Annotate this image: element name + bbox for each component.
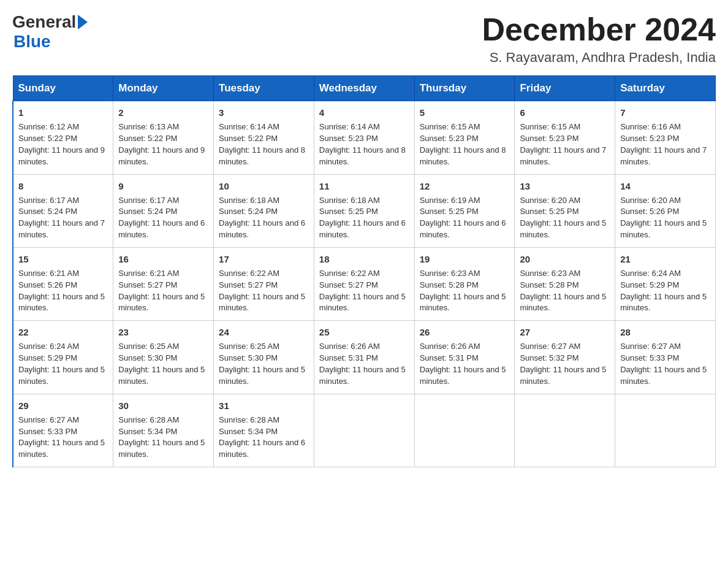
day-info: Sunrise: 6:26 AMSunset: 5:31 PMDaylight:… [420,342,506,386]
day-info: Sunrise: 6:22 AMSunset: 5:27 PMDaylight:… [319,269,406,313]
day-number: 29 [18,399,108,412]
day-info: Sunrise: 6:20 AMSunset: 5:26 PMDaylight:… [620,196,707,240]
weekday-header-monday: Monday [113,76,214,101]
day-number: 11 [319,180,409,193]
day-info: Sunrise: 6:22 AMSunset: 5:27 PMDaylight:… [219,269,305,313]
day-info: Sunrise: 6:24 AMSunset: 5:29 PMDaylight:… [620,269,707,313]
logo: General Blue [12,12,88,52]
day-info: Sunrise: 6:17 AMSunset: 5:24 PMDaylight:… [18,196,105,240]
week-row-1: 1 Sunrise: 6:12 AMSunset: 5:22 PMDayligh… [13,101,716,174]
day-cell: 5 Sunrise: 6:15 AMSunset: 5:23 PMDayligh… [414,101,515,174]
title-block: December 2024 S. Rayavaram, Andhra Prade… [482,12,716,66]
day-info: Sunrise: 6:28 AMSunset: 5:34 PMDaylight:… [219,415,305,459]
day-cell: 29 Sunrise: 6:27 AMSunset: 5:33 PMDaylig… [13,394,113,467]
day-number: 13 [520,180,610,193]
day-info: Sunrise: 6:23 AMSunset: 5:28 PMDaylight:… [520,269,606,313]
day-cell: 25 Sunrise: 6:26 AMSunset: 5:31 PMDaylig… [314,321,414,394]
day-number: 23 [118,326,208,339]
day-cell: 13 Sunrise: 6:20 AMSunset: 5:25 PMDaylig… [515,174,615,247]
day-number: 25 [319,326,409,339]
day-info: Sunrise: 6:16 AMSunset: 5:23 PMDaylight:… [620,122,707,166]
day-number: 4 [319,106,409,119]
day-cell: 2 Sunrise: 6:13 AMSunset: 5:22 PMDayligh… [113,101,214,174]
day-cell: 3 Sunrise: 6:14 AMSunset: 5:22 PMDayligh… [214,101,314,174]
day-number: 10 [219,180,309,193]
day-info: Sunrise: 6:23 AMSunset: 5:28 PMDaylight:… [420,269,506,313]
day-info: Sunrise: 6:15 AMSunset: 5:23 PMDaylight:… [420,122,506,166]
day-number: 16 [118,253,208,266]
day-cell: 20 Sunrise: 6:23 AMSunset: 5:28 PMDaylig… [515,247,615,320]
day-number: 6 [520,106,610,119]
day-number: 20 [520,253,610,266]
day-number: 3 [219,106,309,119]
day-cell: 23 Sunrise: 6:25 AMSunset: 5:30 PMDaylig… [113,321,214,394]
day-cell: 28 Sunrise: 6:27 AMSunset: 5:33 PMDaylig… [615,321,716,394]
day-cell: 30 Sunrise: 6:28 AMSunset: 5:34 PMDaylig… [113,394,214,467]
weekday-header-friday: Friday [515,76,615,101]
weekday-header-tuesday: Tuesday [214,76,314,101]
week-row-5: 29 Sunrise: 6:27 AMSunset: 5:33 PMDaylig… [13,394,716,467]
weekday-header-wednesday: Wednesday [314,76,414,101]
logo-blue-text: Blue [12,32,51,51]
day-cell: 19 Sunrise: 6:23 AMSunset: 5:28 PMDaylig… [414,247,515,320]
day-cell [414,394,515,467]
day-cell [615,394,716,467]
day-info: Sunrise: 6:18 AMSunset: 5:25 PMDaylight:… [319,196,406,240]
day-info: Sunrise: 6:12 AMSunset: 5:22 PMDaylight:… [18,122,105,166]
day-number: 7 [620,106,710,119]
day-cell: 18 Sunrise: 6:22 AMSunset: 5:27 PMDaylig… [314,247,414,320]
day-info: Sunrise: 6:15 AMSunset: 5:23 PMDaylight:… [520,122,606,166]
day-number: 22 [18,326,108,339]
weekday-header-thursday: Thursday [414,76,515,101]
day-number: 9 [118,180,208,193]
logo-general-text: General [12,12,76,32]
weekday-header-sunday: Sunday [13,76,113,101]
day-cell: 17 Sunrise: 6:22 AMSunset: 5:27 PMDaylig… [214,247,314,320]
day-info: Sunrise: 6:14 AMSunset: 5:22 PMDaylight:… [219,122,305,166]
page-header: General Blue December 2024 S. Rayavaram,… [12,12,716,66]
day-info: Sunrise: 6:21 AMSunset: 5:27 PMDaylight:… [118,269,205,313]
day-info: Sunrise: 6:27 AMSunset: 5:33 PMDaylight:… [18,415,105,459]
day-info: Sunrise: 6:27 AMSunset: 5:33 PMDaylight:… [620,342,707,386]
day-cell: 22 Sunrise: 6:24 AMSunset: 5:29 PMDaylig… [13,321,113,394]
week-row-4: 22 Sunrise: 6:24 AMSunset: 5:29 PMDaylig… [13,321,716,394]
day-cell: 8 Sunrise: 6:17 AMSunset: 5:24 PMDayligh… [13,174,113,247]
day-cell: 6 Sunrise: 6:15 AMSunset: 5:23 PMDayligh… [515,101,615,174]
day-number: 12 [420,180,510,193]
week-row-3: 15 Sunrise: 6:21 AMSunset: 5:26 PMDaylig… [13,247,716,320]
day-info: Sunrise: 6:28 AMSunset: 5:34 PMDaylight:… [118,415,205,459]
day-info: Sunrise: 6:24 AMSunset: 5:29 PMDaylight:… [18,342,105,386]
day-info: Sunrise: 6:19 AMSunset: 5:25 PMDaylight:… [420,196,506,240]
day-cell [515,394,615,467]
day-number: 21 [620,253,710,266]
day-cell: 1 Sunrise: 6:12 AMSunset: 5:22 PMDayligh… [13,101,113,174]
day-number: 8 [18,180,108,193]
logo-triangle-icon [78,15,88,29]
day-cell: 14 Sunrise: 6:20 AMSunset: 5:26 PMDaylig… [615,174,716,247]
day-cell: 11 Sunrise: 6:18 AMSunset: 5:25 PMDaylig… [314,174,414,247]
day-cell: 15 Sunrise: 6:21 AMSunset: 5:26 PMDaylig… [13,247,113,320]
day-cell: 7 Sunrise: 6:16 AMSunset: 5:23 PMDayligh… [615,101,716,174]
day-cell: 16 Sunrise: 6:21 AMSunset: 5:27 PMDaylig… [113,247,214,320]
day-number: 19 [420,253,510,266]
day-info: Sunrise: 6:18 AMSunset: 5:24 PMDaylight:… [219,196,305,240]
day-info: Sunrise: 6:13 AMSunset: 5:22 PMDaylight:… [118,122,205,166]
day-cell: 27 Sunrise: 6:27 AMSunset: 5:32 PMDaylig… [515,321,615,394]
day-cell: 10 Sunrise: 6:18 AMSunset: 5:24 PMDaylig… [214,174,314,247]
month-title: December 2024 [482,12,716,47]
day-info: Sunrise: 6:21 AMSunset: 5:26 PMDaylight:… [18,269,105,313]
day-number: 5 [420,106,510,119]
day-info: Sunrise: 6:14 AMSunset: 5:23 PMDaylight:… [319,122,406,166]
day-cell: 12 Sunrise: 6:19 AMSunset: 5:25 PMDaylig… [414,174,515,247]
weekday-header-row: SundayMondayTuesdayWednesdayThursdayFrid… [13,76,716,101]
day-number: 18 [319,253,409,266]
day-number: 15 [18,253,108,266]
week-row-2: 8 Sunrise: 6:17 AMSunset: 5:24 PMDayligh… [13,174,716,247]
day-cell: 24 Sunrise: 6:25 AMSunset: 5:30 PMDaylig… [214,321,314,394]
day-cell: 21 Sunrise: 6:24 AMSunset: 5:29 PMDaylig… [615,247,716,320]
day-info: Sunrise: 6:17 AMSunset: 5:24 PMDaylight:… [118,196,205,240]
day-cell [314,394,414,467]
day-cell: 26 Sunrise: 6:26 AMSunset: 5:31 PMDaylig… [414,321,515,394]
day-number: 27 [520,326,610,339]
day-number: 30 [118,399,208,412]
